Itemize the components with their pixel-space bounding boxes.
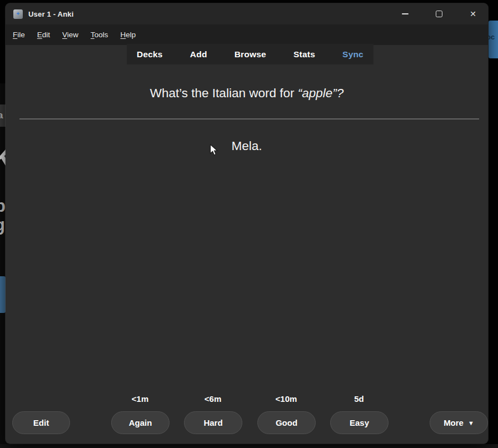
menu-view[interactable]: View xyxy=(58,29,82,41)
menu-edit[interactable]: Edit xyxy=(33,29,54,41)
more-button-label: More xyxy=(444,418,464,427)
menu-file-accesskey: F xyxy=(13,31,17,39)
maximize-button[interactable] xyxy=(426,3,452,24)
easy-button[interactable]: Easy xyxy=(330,411,389,434)
background-text-fragment: a xyxy=(0,111,3,120)
menu-help-accesskey: H xyxy=(121,31,126,39)
hard-button[interactable]: Hard xyxy=(184,411,242,434)
background-window-blue-fragment: oc xyxy=(489,21,498,58)
menu-view-label: iew xyxy=(67,31,78,39)
menu-view-accesskey: V xyxy=(62,31,67,39)
background-text-fragment: p xyxy=(0,197,6,215)
menu-file-label: ile xyxy=(17,31,25,39)
card-answer: Mela. xyxy=(6,138,488,153)
close-button[interactable]: ✕ xyxy=(460,3,486,24)
edit-button[interactable]: Edit xyxy=(12,411,70,434)
anki-window: ✦ User 1 - Anki ✕ File Edit View Tools H… xyxy=(6,3,488,444)
menu-tools-label: ools xyxy=(94,31,108,39)
anki-app-icon: ✦ xyxy=(13,9,23,19)
background-text-fragment: oc xyxy=(489,33,495,41)
desktop-screen: a k p g oc ✦ User 1 - Anki ✕ xyxy=(0,0,498,448)
menu-help[interactable]: Help xyxy=(117,29,140,41)
window-controls: ✕ xyxy=(392,3,486,24)
menu-edit-label: dit xyxy=(42,31,50,39)
menu-tools-accesskey: T xyxy=(91,31,94,39)
more-button[interactable]: More ▼ xyxy=(430,411,488,434)
card-question: What’s the Italian word for “apple”? xyxy=(6,86,488,101)
menubar: File Edit View Tools Help xyxy=(6,24,488,45)
good-button[interactable]: Good xyxy=(257,411,316,434)
interval-label-hard: <6m xyxy=(205,394,221,404)
tab-sync[interactable]: Sync xyxy=(342,49,363,59)
tab-add[interactable]: Add xyxy=(190,49,207,59)
close-icon: ✕ xyxy=(470,10,476,18)
menu-edit-accesskey: E xyxy=(37,31,42,39)
background-bottom-strip xyxy=(0,444,498,448)
background-text-fragment: g xyxy=(0,216,5,233)
background-window-blue-tab xyxy=(0,276,6,313)
minimize-icon xyxy=(402,13,409,14)
interval-label-easy: 5d xyxy=(354,394,364,404)
interval-label-again: <1m xyxy=(132,394,148,404)
toolbar: Decks Add Browse Stats Sync xyxy=(127,44,374,64)
question-answer-divider xyxy=(19,118,479,120)
interval-label-good: <10m xyxy=(276,394,297,404)
menu-tools[interactable]: Tools xyxy=(87,29,112,41)
tab-decks[interactable]: Decks xyxy=(137,49,163,59)
titlebar[interactable]: ✦ User 1 - Anki ✕ xyxy=(6,3,488,24)
maximize-icon xyxy=(436,11,442,17)
window-title: User 1 - Anki xyxy=(28,10,74,18)
again-button[interactable]: Again xyxy=(111,411,170,434)
menu-help-label: elp xyxy=(126,31,136,39)
question-text: What’s the Italian word for xyxy=(150,86,298,100)
question-emphasis-text: “apple”? xyxy=(298,86,344,100)
tab-stats[interactable]: Stats xyxy=(293,49,315,59)
anki-star-icon: ✦ xyxy=(16,11,20,17)
tab-browse[interactable]: Browse xyxy=(235,49,266,59)
minimize-button[interactable] xyxy=(392,3,418,24)
chevron-down-icon: ▼ xyxy=(468,420,474,426)
menu-file[interactable]: File xyxy=(9,29,29,41)
mouse-cursor-icon xyxy=(210,144,218,156)
